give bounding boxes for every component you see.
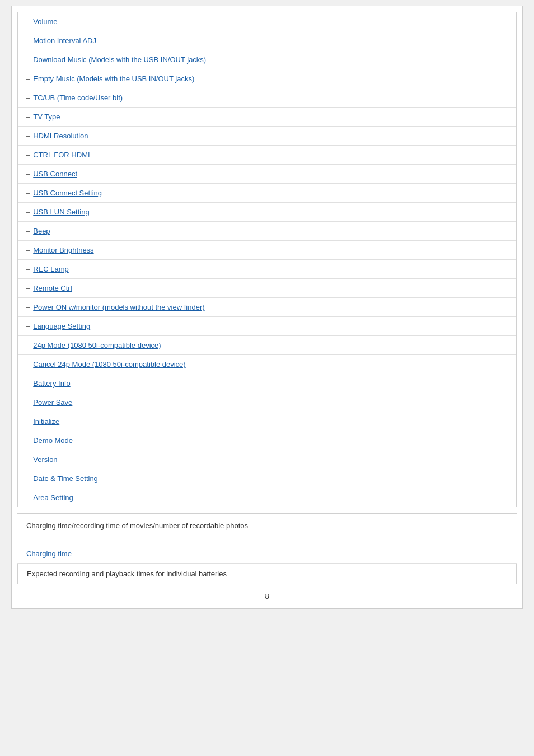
nav-dash: – (26, 113, 30, 121)
section-title-text: Charging time/recording time of movies/n… (26, 521, 248, 530)
nav-dash: – (26, 417, 30, 426)
nav-link-tv-type[interactable]: TV Type (33, 113, 60, 121)
nav-link-24p-mode[interactable]: 24p Mode (1080 50i-compatible device) (33, 341, 161, 349)
nav-item-rec-lamp[interactable]: –REC Lamp (18, 260, 516, 279)
page-number: 8 (12, 584, 522, 608)
nav-link-volume[interactable]: Volume (33, 17, 57, 26)
nav-link-beep[interactable]: Beep (33, 227, 50, 235)
nav-link-area-setting[interactable]: Area Setting (33, 493, 73, 502)
nav-item-date-time-setting[interactable]: –Date & Time Setting (18, 469, 516, 488)
nav-link-rec-lamp[interactable]: REC Lamp (33, 265, 69, 273)
nav-item-hdmi-resolution[interactable]: –HDMI Resolution (18, 127, 516, 146)
nav-link-power-on-monitor[interactable]: Power ON w/monitor (models without the v… (33, 303, 204, 311)
nav-dash: – (26, 74, 30, 83)
nav-item-usb-connect[interactable]: –USB Connect (18, 165, 516, 184)
nav-dash: – (26, 227, 30, 235)
nav-link-date-time-setting[interactable]: Date & Time Setting (33, 474, 98, 483)
nav-item-power-on-monitor[interactable]: –Power ON w/monitor (models without the … (18, 298, 516, 317)
nav-link-ctrl-for-hdmi[interactable]: CTRL FOR HDMI (33, 151, 90, 159)
recording-info-text: Expected recording and playback times fo… (27, 570, 227, 578)
nav-item-initialize[interactable]: –Initialize (18, 412, 516, 431)
nav-link-cancel-24p-mode[interactable]: Cancel 24p Mode (1080 50i-compatible dev… (33, 360, 185, 368)
nav-link-version[interactable]: Version (33, 455, 57, 464)
nav-dash: – (26, 341, 30, 349)
nav-dash: – (26, 36, 30, 45)
nav-item-remote-ctrl[interactable]: –Remote Ctrl (18, 279, 516, 298)
nav-item-demo-mode[interactable]: –Demo Mode (18, 431, 516, 450)
nav-link-power-save[interactable]: Power Save (33, 398, 72, 407)
nav-link-initialize[interactable]: Initialize (33, 417, 59, 426)
nav-item-area-setting[interactable]: –Area Setting (18, 488, 516, 507)
nav-item-power-save[interactable]: –Power Save (18, 393, 516, 412)
nav-dash: – (26, 189, 30, 197)
page-number-text: 8 (265, 592, 269, 600)
nav-link-remote-ctrl[interactable]: Remote Ctrl (33, 284, 72, 292)
nav-item-tc-ub[interactable]: –TC/UB (Time code/User bit) (18, 88, 516, 108)
nav-link-usb-connect[interactable]: USB Connect (33, 170, 77, 178)
nav-list: –Volume–Motion Interval ADJ–Download Mus… (17, 12, 517, 507)
nav-item-usb-lun-setting[interactable]: –USB LUN Setting (18, 203, 516, 222)
nav-dash: – (26, 17, 30, 26)
nav-dash: – (26, 436, 30, 445)
nav-link-tc-ub[interactable]: TC/UB (Time code/User bit) (33, 94, 123, 102)
nav-dash: – (26, 132, 30, 140)
nav-item-24p-mode[interactable]: –24p Mode (1080 50i-compatible device) (18, 336, 516, 355)
nav-item-monitor-brightness[interactable]: –Monitor Brightness (18, 241, 516, 260)
nav-link-demo-mode[interactable]: Demo Mode (33, 436, 73, 445)
charging-link-row: Charging time (17, 544, 517, 564)
nav-dash: – (26, 170, 30, 178)
nav-dash: – (26, 379, 30, 388)
nav-link-monitor-brightness[interactable]: Monitor Brightness (33, 246, 93, 254)
nav-link-usb-lun-setting[interactable]: USB LUN Setting (33, 208, 89, 216)
nav-link-language-setting[interactable]: Language Setting (33, 322, 90, 330)
nav-link-usb-connect-setting[interactable]: USB Connect Setting (33, 189, 102, 197)
nav-dash: – (26, 360, 30, 368)
nav-dash: – (26, 94, 30, 102)
nav-item-battery-info[interactable]: –Battery Info (18, 374, 516, 393)
section-title: Charging time/recording time of movies/n… (17, 513, 517, 538)
nav-item-volume[interactable]: –Volume (18, 12, 516, 31)
nav-dash: – (26, 493, 30, 502)
nav-dash: – (26, 474, 30, 483)
nav-link-hdmi-resolution[interactable]: HDMI Resolution (33, 132, 88, 140)
nav-item-ctrl-for-hdmi[interactable]: –CTRL FOR HDMI (18, 146, 516, 165)
nav-dash: – (26, 322, 30, 330)
nav-item-download-music[interactable]: –Download Music (Models with the USB IN/… (18, 50, 516, 69)
nav-dash: – (26, 208, 30, 216)
nav-link-motion-interval-adj[interactable]: Motion Interval ADJ (33, 36, 96, 45)
nav-item-empty-music[interactable]: –Empty Music (Models with the USB IN/OUT… (18, 69, 516, 88)
nav-dash: – (26, 265, 30, 273)
charging-time-link[interactable]: Charging time (26, 549, 72, 558)
nav-dash: – (26, 55, 30, 64)
nav-dash: – (26, 284, 30, 292)
nav-link-download-music[interactable]: Download Music (Models with the USB IN/O… (33, 55, 206, 64)
nav-item-language-setting[interactable]: –Language Setting (18, 317, 516, 336)
nav-item-version[interactable]: –Version (18, 450, 516, 469)
nav-item-usb-connect-setting[interactable]: –USB Connect Setting (18, 184, 516, 203)
nav-item-beep[interactable]: –Beep (18, 222, 516, 241)
nav-dash: – (26, 303, 30, 311)
nav-dash: – (26, 246, 30, 254)
nav-link-empty-music[interactable]: Empty Music (Models with the USB IN/OUT … (33, 74, 194, 83)
nav-item-motion-interval-adj[interactable]: –Motion Interval ADJ (18, 31, 516, 50)
nav-dash: – (26, 398, 30, 407)
recording-info: Expected recording and playback times fo… (17, 564, 517, 584)
nav-item-cancel-24p-mode[interactable]: –Cancel 24p Mode (1080 50i-compatible de… (18, 355, 516, 374)
nav-link-battery-info[interactable]: Battery Info (33, 379, 70, 388)
nav-dash: – (26, 455, 30, 464)
nav-item-tv-type[interactable]: –TV Type (18, 108, 516, 127)
nav-dash: – (26, 151, 30, 159)
